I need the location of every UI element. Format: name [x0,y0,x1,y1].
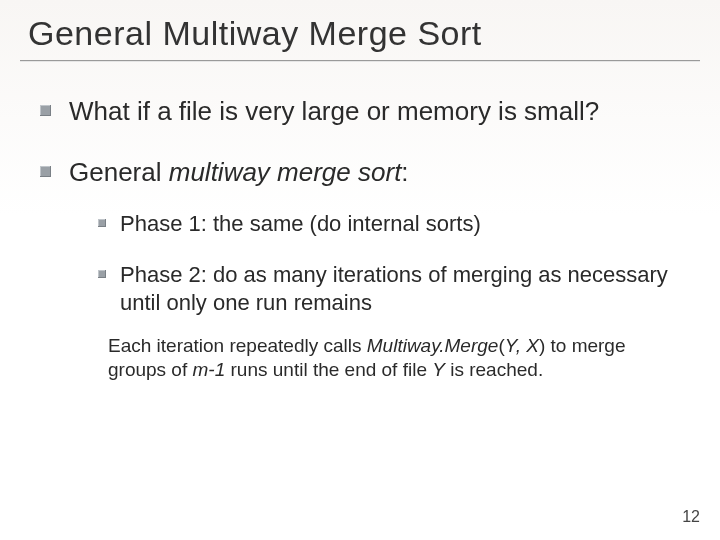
sub-bullets: Phase 1: the same (do internal sorts) Ph… [98,210,680,318]
square-bullet-icon [98,270,106,278]
text-span: General [69,157,169,187]
bullet-text: Phase 2: do as many iterations of mergin… [120,261,680,318]
bullet-text: Phase 1: the same (do internal sorts) [120,210,481,239]
slide-title: General Multiway Merge Sort [28,14,692,53]
square-bullet-icon [40,105,51,116]
square-bullet-icon [98,219,106,227]
square-bullet-icon [40,166,51,177]
italic-span: multiway merge sort [169,157,402,187]
text-span: runs until the end of file [225,359,432,380]
bullet-level2: Phase 1: the same (do internal sorts) [98,210,680,239]
italic-span: Multiway.Merge [367,335,499,356]
bullet-level1: What if a file is very large or memory i… [40,95,680,128]
italic-span: Y [432,359,445,380]
slide: General Multiway Merge Sort What if a fi… [0,0,720,540]
text-span: : [401,157,408,187]
bullet-level1: General multiway merge sort: [40,156,680,189]
bullet-text: General multiway merge sort: [69,156,409,189]
slide-body: What if a file is very large or memory i… [40,95,680,383]
bullet-text: What if a file is very large or memory i… [69,95,599,128]
note-text: Each iteration repeatedly calls Multiway… [108,334,670,383]
italic-span: Y, X [505,335,539,356]
text-span: is reached. [445,359,543,380]
page-number: 12 [682,508,700,526]
bullet-level2: Phase 2: do as many iterations of mergin… [98,261,680,318]
italic-span: m-1 [193,359,226,380]
title-underline [20,60,700,61]
text-span: Each iteration repeatedly calls [108,335,367,356]
